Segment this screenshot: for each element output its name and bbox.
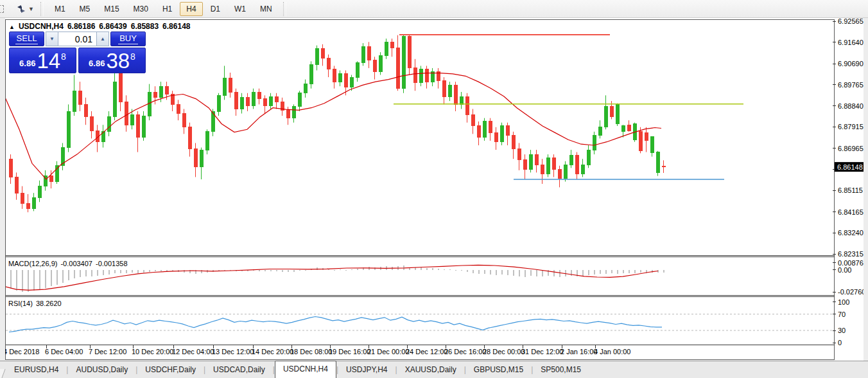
date-axis-label: 10 Dec 20:00 <box>132 348 173 356</box>
date-axis-label: 19 Dec 16:00 <box>329 348 370 356</box>
rsi-axis-label: 70 <box>838 310 846 318</box>
trade-panel-toggle-icon[interactable]: ▲ <box>9 24 15 30</box>
date-axis-label: 13 Dec 12:00 <box>212 348 254 356</box>
buy-button[interactable]: BUY <box>110 32 146 46</box>
date-axis-label: 21 Dec 00:00 <box>367 348 409 356</box>
macd-panel-plot[interactable] <box>5 265 664 292</box>
price-axis-label: 6.91640 <box>838 39 864 46</box>
caret-up-icon: ▲ <box>100 36 105 42</box>
date-axis-label: 4 Dec 2018 <box>3 348 39 356</box>
sell-price-pips: 14 <box>37 51 60 71</box>
arrange-charts-icon <box>16 4 26 14</box>
price-axis-label: 6.86965 <box>838 145 864 152</box>
price-axis-label: 6.90690 <box>838 60 864 68</box>
toolbar-separator <box>40 2 44 16</box>
chart-tab-usdjpy[interactable]: USDJPY,H4 <box>338 363 395 378</box>
date-axis-label: 6 Dec 04:00 <box>45 348 83 356</box>
sell-button[interactable]: SELL <box>9 32 44 46</box>
date-axis-label: 7 Dec 12:00 <box>89 348 126 356</box>
rsi-axis-label: 30 <box>838 327 846 334</box>
date-axis-label: 2 Jan 16:00 <box>560 348 598 356</box>
symbol-period-label: USDCNH,H4 <box>19 22 64 31</box>
timeframe-button-group: M1M5M15M30H1H4D1W1MN <box>48 2 279 16</box>
volume-decrease-button[interactable]: ▼ <box>46 32 58 46</box>
chart-tab-usdcad[interactable]: USDCAD,Daily <box>205 363 273 378</box>
timeframe-mn-button[interactable]: MN <box>254 2 279 16</box>
price-axis-label: 6.92565 <box>838 17 864 25</box>
date-axis-label: 14 Dec 20:00 <box>252 348 293 356</box>
rsi-indicator-label: RSI(14)38.2620 <box>8 300 65 307</box>
date-axis-label: 12 Dec 04:00 <box>172 348 214 356</box>
price-axis-label: 6.85115 <box>838 186 863 194</box>
timeframe-m1-button[interactable]: M1 <box>48 2 72 16</box>
date-axis-label: 4 Jan 00:00 <box>594 348 631 356</box>
ma-line <box>5 73 661 179</box>
chart-tab-audusd[interactable]: AUDUSD,Daily <box>68 363 135 378</box>
price-axis-label: 6.89765 <box>838 81 864 89</box>
macd-axis-label: 0.00 <box>838 266 851 274</box>
caret-down-icon: ▼ <box>49 36 55 42</box>
sell-price-button[interactable]: 6.86 14 8 <box>9 48 76 73</box>
volume-increase-button[interactable]: ▲ <box>96 32 109 46</box>
window-left-margin <box>0 18 5 361</box>
price-axis-label: 6.83240 <box>838 229 864 237</box>
timeframe-m5-button[interactable]: M5 <box>73 2 97 16</box>
rsi-value: 38.2620 <box>36 300 62 307</box>
buy-price-button[interactable]: 6.86 38 8 <box>78 48 146 73</box>
price-axis-label: 6.87915 <box>838 123 864 130</box>
rsi-axis-label: 100 <box>838 298 849 306</box>
timeframe-h1-button[interactable]: H1 <box>156 2 178 16</box>
buy-price-base: 6.86 <box>89 59 105 68</box>
tab-scroll-notch[interactable] <box>0 369 6 378</box>
rsi-line <box>9 317 662 332</box>
timeframe-m30-button[interactable]: M30 <box>127 2 155 16</box>
low-value: 6.85883 <box>131 22 159 31</box>
rsi-axis-label: 0 <box>838 339 842 346</box>
dropdown-caret-icon[interactable]: ▼ <box>28 6 34 12</box>
chart-tab-usdchf[interactable]: USDCHF,Daily <box>137 363 204 378</box>
macd-signal-line <box>5 265 658 290</box>
chart-ohlc-title: ▲USDCNH,H46.861866.864396.858836.86148 <box>9 22 191 31</box>
date-axis-label: 28 Dec 00:00 <box>483 348 525 356</box>
date-axis-label: 24 Dec 12:00 <box>406 348 447 356</box>
timeframe-m15-button[interactable]: M15 <box>98 2 125 16</box>
buy-price-pips: 38 <box>106 51 130 71</box>
macd-indicator-label: MACD(12,26,9)-0.003407-0.001358 <box>8 260 131 267</box>
macd-main-value: -0.003407 <box>60 260 92 267</box>
chart-tab-usdcnh[interactable]: USDCNH,H4 <box>275 361 336 378</box>
buy-price-point: 8 <box>130 51 135 62</box>
price-axis-label: 6.84165 <box>838 208 864 216</box>
chart-tab-gbpusd[interactable]: GBPUSD,M15 <box>466 363 531 378</box>
toolbar-separator <box>283 2 286 16</box>
price-axis-label: 6.82315 <box>838 250 864 258</box>
timeframe-w1-button[interactable]: W1 <box>228 2 252 16</box>
sell-price-point: 8 <box>61 51 66 62</box>
volume-input[interactable] <box>58 32 96 46</box>
date-axis-label: 31 Dec 12:00 <box>521 348 563 356</box>
price-axis-label: 6.88840 <box>838 102 864 110</box>
window-right-scroll-strip[interactable] <box>864 18 868 361</box>
top-toolbar: ▼ M1M5M15M30H1H4D1W1MN <box>0 0 868 18</box>
macd-signal-value: -0.001358 <box>96 260 128 267</box>
rsi-panel-plot[interactable] <box>6 314 832 332</box>
date-axis-label: 18 Dec 08:00 <box>290 348 332 356</box>
sell-price-base: 6.86 <box>19 59 35 68</box>
chart-tab-sp500[interactable]: SP500,M15 <box>533 363 589 378</box>
close-value: 6.86148 <box>162 22 190 31</box>
open-value: 6.86186 <box>67 22 95 31</box>
one-click-trading-panel: SELL ▼ ▲ BUY 6.86 14 8 6.86 38 8 <box>9 32 147 73</box>
date-axis-label: 26 Dec 16:00 <box>444 348 486 356</box>
chart-tab-eurusd[interactable]: EURUSD,H4 <box>6 363 66 378</box>
timeframe-d1-button[interactable]: D1 <box>204 2 227 16</box>
chart-tab-bar: EURUSD,H4|AUDUSD,Daily|USDCHF,Daily|USDC… <box>0 361 868 378</box>
current-price-value: 6.86148 <box>837 163 863 171</box>
timeframe-h4-button[interactable]: H4 <box>180 2 202 16</box>
clipped-toolbar-icon[interactable] <box>0 5 4 13</box>
arrange-charts-button[interactable]: ▼ <box>13 3 37 15</box>
high-value: 6.86439 <box>99 22 126 31</box>
chart-tab-xauusd[interactable]: XAUUSD,Daily <box>397 363 464 378</box>
